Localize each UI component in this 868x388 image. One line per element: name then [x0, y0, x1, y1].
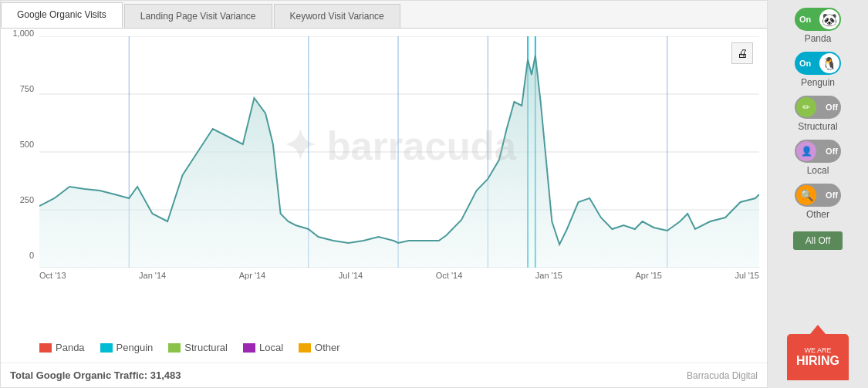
x-label-jan14: Jan '14 — [139, 271, 166, 280]
legend-color-structural — [168, 343, 181, 353]
total-traffic-text: Total Google Organic Traffic: 31,483 — [10, 369, 181, 381]
legend-item-structural: Structural — [168, 342, 228, 353]
toggle-other-state: Off — [826, 191, 838, 200]
total-label: Total Google Organic Traffic: — [10, 369, 147, 381]
chart-legend: Panda Penguin Structural Local Other — [1, 332, 767, 363]
y-label-1000: 1,000 — [5, 29, 34, 38]
y-label-500: 500 — [5, 140, 34, 149]
legend-label-penguin: Penguin — [117, 342, 154, 353]
toggle-panda-label: Panda — [805, 33, 832, 44]
side-panel: On 🐼 Panda On 🐧 Penguin Off ✏ Structural… — [768, 0, 868, 388]
toggle-panda-switch[interactable]: On 🐼 — [795, 8, 841, 31]
brand-name: Barracuda Digital — [687, 370, 758, 381]
total-value: 31,483 — [150, 369, 181, 381]
tab-google-organic[interactable]: Google Organic Visits — [1, 2, 123, 28]
watermark-text: ✦ barracuda — [283, 123, 517, 168]
legend-item-penguin: Penguin — [100, 342, 154, 353]
x-label-jul15: Jul '15 — [735, 271, 759, 280]
toggle-other-switch[interactable]: Off 🔍 — [795, 184, 841, 207]
toggle-penguin-circle: 🐧 — [819, 53, 839, 73]
footer-bar: Total Google Organic Traffic: 31,483 Bar… — [1, 363, 767, 387]
x-label-oct14: Oct '14 — [436, 271, 463, 280]
all-off-button[interactable]: All Off — [793, 231, 843, 250]
toggle-other-circle: 🔍 — [796, 185, 816, 205]
legend-label-local: Local — [259, 342, 283, 353]
print-button[interactable]: 🖨 — [731, 42, 753, 64]
toggle-local-state: Off — [826, 147, 838, 156]
chart-svg: ✦ barracuda — [39, 36, 759, 268]
x-label-jul14: Jul '14 — [339, 271, 363, 280]
toggle-local-circle: 👤 — [796, 141, 816, 161]
toggle-local-label: Local — [807, 165, 829, 176]
tab-bar: Google Organic Visits Landing Page Visit… — [1, 1, 767, 29]
chart-area: 1,000 750 500 250 0 🖨 — [1, 29, 767, 332]
legend-label-structural: Structural — [184, 342, 228, 353]
toggle-panda-state: On — [799, 15, 811, 24]
toggle-local[interactable]: Off 👤 Local — [795, 140, 841, 176]
hiring-text: HIRING — [796, 354, 839, 368]
toggle-local-switch[interactable]: Off 👤 — [795, 140, 841, 163]
x-label-apr14: Apr '14 — [239, 271, 266, 280]
legend-color-penguin — [100, 343, 113, 353]
toggle-structural[interactable]: Off ✏ Structural — [795, 96, 841, 132]
chart-canvas: 🖨 — [39, 36, 759, 268]
y-axis-labels: 1,000 750 500 250 0 — [5, 29, 34, 260]
toggle-other-label: Other — [806, 209, 829, 220]
legend-item-panda: Panda — [39, 342, 85, 353]
toggle-structural-state: Off — [826, 103, 838, 112]
toggle-structural-label: Structural — [798, 121, 837, 132]
tab-landing-page[interactable]: Landing Page Visit Variance — [124, 4, 272, 28]
toggle-other[interactable]: Off 🔍 Other — [795, 184, 841, 220]
y-label-0: 0 — [5, 251, 34, 260]
tab-keyword[interactable]: Keyword Visit Variance — [274, 4, 400, 28]
hiring-we-are: WE ARE — [804, 346, 831, 354]
legend-color-local — [243, 343, 255, 353]
toggle-penguin-switch[interactable]: On 🐧 — [795, 52, 841, 75]
x-label-apr15: Apr '15 — [635, 271, 662, 280]
legend-label-panda: Panda — [56, 342, 85, 353]
toggle-panda[interactable]: On 🐼 Panda — [795, 8, 841, 44]
legend-label-other: Other — [315, 342, 340, 353]
hiring-badge[interactable]: WE ARE HIRING — [787, 334, 849, 380]
toggle-penguin-label: Penguin — [801, 77, 835, 88]
y-label-250: 250 — [5, 195, 34, 204]
x-axis-labels: Oct '13 Jan '14 Apr '14 Jul '14 Oct '14 … — [39, 268, 759, 280]
main-panel: Google Organic Visits Landing Page Visit… — [0, 0, 768, 388]
toggle-panda-circle: 🐼 — [819, 9, 839, 29]
toggle-structural-switch[interactable]: Off ✏ — [795, 96, 841, 119]
legend-item-local: Local — [243, 342, 283, 353]
toggle-penguin-state: On — [799, 59, 811, 68]
legend-color-other — [299, 343, 311, 353]
x-label-oct13: Oct '13 — [39, 271, 66, 280]
legend-color-panda — [39, 343, 52, 353]
y-label-750: 750 — [5, 84, 34, 93]
legend-item-other: Other — [299, 342, 340, 353]
toggle-structural-circle: ✏ — [796, 97, 816, 117]
toggle-penguin[interactable]: On 🐧 Penguin — [795, 52, 841, 88]
x-label-jan15: Jan '15 — [535, 271, 562, 280]
